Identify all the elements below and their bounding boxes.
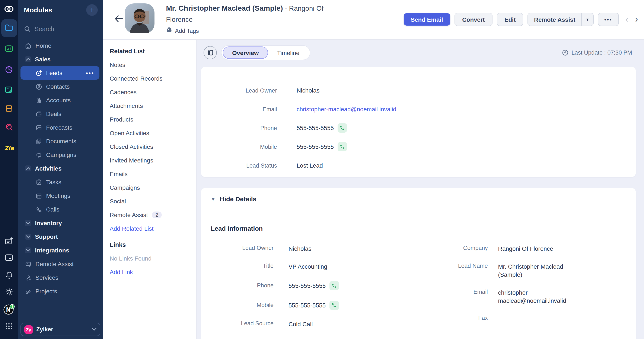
related-item-closed-activities[interactable]: Closed Activities — [103, 140, 196, 153]
phone-call-button[interactable] — [338, 123, 347, 133]
sidebar-item-services[interactable]: Services — [18, 271, 103, 285]
sidebar-item-forecasts[interactable]: Forecasts — [18, 121, 103, 134]
email-link[interactable]: christopher-maclead@noemail.invalid — [296, 106, 396, 113]
sidebar-item-projects[interactable]: Projects — [18, 285, 103, 298]
related-item-invited-meetings[interactable]: Invited Meetings — [103, 153, 196, 167]
related-item-remote-assist[interactable]: Remote Assist 2 — [103, 208, 196, 222]
workspace-switcher[interactable]: Zy Zylker — [20, 323, 100, 336]
chevron-down-icon[interactable] — [25, 234, 31, 240]
planner-icon[interactable] — [0, 86, 18, 94]
convert-button[interactable]: Convert — [454, 13, 492, 26]
edit-button[interactable]: Edit — [497, 13, 524, 26]
sidebar-group-integrations[interactable]: Integrations — [18, 244, 103, 257]
hide-details-toggle[interactable]: ▼ Hide Details — [201, 188, 636, 210]
svg-text:!: ! — [12, 305, 13, 309]
email-link[interactable]: christopher-maclead@noemail.invalid — [498, 289, 574, 305]
sidebar-item-contacts[interactable]: Contacts — [18, 80, 103, 93]
accounts-icon — [36, 97, 42, 104]
add-module-button[interactable]: + — [86, 4, 98, 16]
related-item-attachments[interactable]: Attachments — [103, 99, 196, 113]
sidebar-group-inventory[interactable]: Inventory — [18, 216, 103, 230]
calls-icon — [36, 206, 42, 213]
add-tags-button[interactable]: Add Tags — [166, 27, 199, 34]
field-row: Lead Owner Nicholas — [209, 81, 636, 100]
zia-icon[interactable]: Zia — [0, 145, 18, 151]
back-arrow-icon[interactable] — [114, 14, 123, 23]
leads-more-icon[interactable]: ••• — [86, 70, 94, 76]
sidebar-item-meetings[interactable]: Meetings — [18, 189, 103, 203]
prev-record-icon[interactable]: ‹ — [626, 14, 628, 24]
phone-call-button[interactable] — [330, 301, 339, 310]
remote-assist-button[interactable]: Remote Assist ▼ — [528, 13, 594, 26]
svg-text:Zia: Zia — [4, 145, 14, 151]
deals-icon — [36, 110, 42, 117]
divider — [201, 210, 636, 210]
related-item-products[interactable]: Products — [103, 113, 196, 126]
sidebar-item-tasks[interactable]: Tasks — [18, 175, 103, 189]
insights-icon[interactable] — [0, 123, 18, 131]
lead-information-title: Lead Information — [211, 225, 636, 232]
sidebar-item-home[interactable]: Home — [18, 39, 103, 52]
related-item-connected-records[interactable]: Connected Records — [103, 72, 196, 85]
sidebar-group-support[interactable]: Support — [18, 230, 103, 244]
bell-icon[interactable] — [0, 271, 18, 279]
sidebar-item-documents[interactable]: Documents — [18, 134, 103, 148]
documents-icon — [36, 137, 42, 145]
related-item-notes[interactable]: Notes — [103, 58, 196, 72]
sidebar-group-activities[interactable]: Activities — [18, 162, 103, 175]
tab-overview[interactable]: Overview — [223, 46, 268, 59]
tab-timeline[interactable]: Timeline — [268, 46, 308, 59]
add-related-list-link[interactable]: Add Related List — [103, 222, 196, 235]
chevron-up-icon[interactable] — [25, 56, 31, 62]
folder-icon[interactable] — [0, 24, 18, 31]
gear-icon[interactable] — [0, 288, 18, 296]
more-actions-button[interactable]: ••• — [598, 13, 618, 26]
view-tabs: Overview Timeline — [221, 45, 310, 60]
field-row: Lead Name Mr. Christopher Maclead (Sampl… — [420, 263, 636, 279]
page-title: Mr. Christopher Maclead (Sample) - Rango… — [166, 3, 334, 25]
related-item-emails[interactable]: Emails — [103, 167, 196, 181]
workspace-badge: Zy — [24, 325, 33, 334]
collapse-panel-button[interactable] — [204, 46, 217, 59]
sidebar-item-remote-assist[interactable]: Remote Assist — [18, 257, 103, 271]
user-avatar[interactable]: N! — [0, 304, 18, 316]
add-link-link[interactable]: Add Link — [103, 265, 196, 279]
related-item-cadences[interactable]: Cadences — [103, 85, 196, 99]
tasks-icon — [36, 178, 42, 186]
dropdown-caret-icon[interactable]: ▼ — [581, 13, 593, 25]
crm-logo-icon[interactable] — [0, 4, 18, 14]
related-item-open-activities[interactable]: Open Activities — [103, 126, 196, 140]
next-record-icon[interactable]: › — [635, 14, 638, 24]
pie-chart-icon[interactable] — [0, 66, 18, 74]
phone-call-button[interactable] — [330, 281, 339, 290]
phone-call-button[interactable] — [338, 142, 347, 151]
field-row: Mobile 555-555-5555 — [209, 137, 636, 156]
sidebar-item-campaigns[interactable]: Campaigns — [18, 148, 103, 162]
links-header: Links — [103, 238, 196, 252]
apps-grid-icon[interactable] — [0, 322, 18, 330]
send-email-button[interactable]: Send Email — [404, 13, 450, 25]
sidebar-item-leads[interactable]: Leads ••• — [20, 66, 100, 80]
chevron-down-icon[interactable] — [25, 220, 31, 226]
related-item-social[interactable]: Social — [103, 194, 196, 208]
sidebar-item-deals[interactable]: Deals — [18, 107, 103, 121]
related-item-campaigns[interactable]: Campaigns — [103, 181, 196, 194]
analytics-icon[interactable] — [0, 45, 18, 52]
lead-status-value: Lost Lead — [296, 162, 323, 169]
sidebar-group-sales[interactable]: Sales — [18, 52, 103, 66]
calendar-icon[interactable] — [0, 254, 18, 261]
forecasts-icon — [36, 124, 42, 131]
count-badge: 2 — [152, 212, 162, 218]
field-row: Lead Source Cold Call — [210, 320, 420, 328]
sidebar-item-calls[interactable]: Calls — [18, 203, 103, 216]
chevron-up-icon[interactable] — [25, 165, 31, 171]
triangle-down-icon: ▼ — [211, 196, 216, 202]
chevron-down-icon[interactable] — [25, 247, 31, 253]
home-icon — [25, 42, 32, 49]
search-icon — [24, 25, 31, 32]
lead-photo-avatar[interactable] — [124, 3, 154, 33]
sidebar-item-accounts[interactable]: Accounts — [18, 93, 103, 107]
compose-icon[interactable] — [0, 237, 18, 245]
sidebar-search[interactable]: Search — [18, 23, 103, 34]
marketplace-icon[interactable] — [0, 104, 18, 113]
